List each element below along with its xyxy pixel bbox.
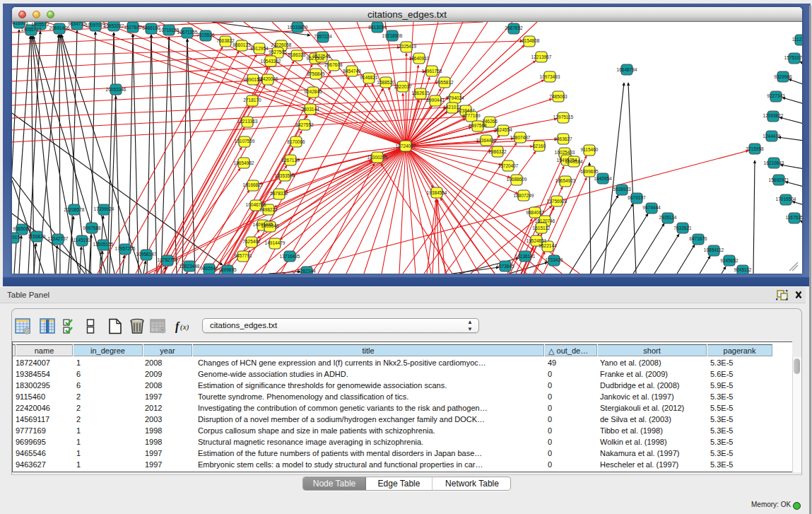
svg-text:7357224: 7357224 [314, 34, 332, 39]
svg-text:10025433: 10025433 [555, 150, 575, 155]
svg-text:10543362: 10543362 [261, 59, 281, 64]
svg-text:10653287: 10653287 [104, 23, 124, 28]
svg-text:14136141: 14136141 [515, 254, 536, 259]
svg-text:9699695: 9699695 [218, 267, 237, 272]
svg-text:1440954: 1440954 [594, 176, 612, 181]
svg-text:9385061: 9385061 [13, 226, 31, 231]
svg-text:9457791: 9457791 [234, 253, 252, 258]
svg-text:19524851: 19524851 [526, 238, 547, 243]
svg-text:10782759: 10782759 [158, 257, 178, 262]
svg-text:19166827: 19166827 [243, 182, 264, 187]
svg-text:10046786: 10046786 [246, 202, 266, 207]
svg-text:14055713: 14055713 [21, 27, 42, 32]
svg-text:1527602: 1527602 [124, 25, 142, 30]
svg-text:8454749: 8454749 [343, 69, 361, 74]
svg-text:12975115: 12975115 [553, 115, 574, 119]
svg-text:9146821: 9146821 [360, 75, 378, 80]
svg-text:1549584: 1549584 [565, 159, 583, 164]
svg-text:8813054: 8813054 [368, 25, 387, 30]
svg-text:19654982: 19654982 [234, 160, 254, 165]
svg-text:1733426: 1733426 [545, 257, 563, 262]
svg-text:8990443: 8990443 [426, 98, 445, 103]
svg-text:1073645: 1073645 [496, 264, 514, 269]
svg-text:9463627: 9463627 [554, 136, 572, 141]
svg-text:1588520: 1588520 [377, 80, 395, 85]
svg-text:14961758: 14961758 [422, 69, 442, 74]
svg-text:9777169: 9777169 [462, 113, 481, 118]
svg-text:21364436: 21364436 [476, 138, 497, 143]
svg-text:10688609: 10688609 [507, 177, 527, 182]
svg-text:(x): (x) [180, 322, 189, 332]
svg-text:2935114: 2935114 [659, 215, 677, 220]
svg-text:9527546: 9527546 [312, 54, 331, 59]
svg-text:15751074: 15751074 [784, 55, 802, 60]
svg-text:2986322: 2986322 [488, 149, 507, 154]
svg-text:6679197: 6679197 [628, 195, 646, 200]
svg-text:17016504: 17016504 [776, 197, 796, 201]
svg-text:10807487: 10807487 [510, 135, 531, 140]
svg-text:7515526: 7515526 [196, 33, 215, 37]
svg-text:15720407: 15720407 [498, 163, 519, 168]
svg-text:1362615: 1362615 [411, 90, 430, 95]
svg-text:5938923: 5938923 [613, 187, 631, 192]
svg-text:10973493: 10973493 [540, 74, 560, 79]
svg-text:12213967: 12213967 [531, 54, 552, 59]
svg-text:9498222: 9498222 [259, 207, 278, 212]
svg-text:2803144: 2803144 [301, 107, 319, 112]
svg-text:19384554: 19384554 [427, 190, 447, 195]
svg-text:10854112: 10854112 [704, 247, 724, 252]
svg-text:7485063: 7485063 [549, 94, 567, 99]
svg-text:8756845: 8756845 [307, 71, 325, 76]
svg-text:f: f [175, 320, 180, 333]
svg-text:8912954: 8912954 [250, 46, 269, 51]
svg-text:9416905: 9416905 [12, 22, 28, 25]
svg-text:20691406: 20691406 [49, 25, 70, 30]
svg-text:10097075: 10097075 [86, 23, 106, 28]
svg-text:18300295: 18300295 [367, 155, 388, 160]
svg-text:19654923: 19654923 [555, 178, 576, 183]
svg-text:16033809: 16033809 [288, 25, 308, 30]
svg-text:7663822: 7663822 [216, 38, 235, 43]
svg-text:12342737: 12342737 [48, 236, 69, 241]
svg-text:9465546: 9465546 [200, 266, 218, 271]
svg-text:12093822: 12093822 [763, 113, 784, 118]
svg-text:10958147: 10958147 [136, 252, 157, 257]
svg-text:12823448: 12823448 [180, 264, 200, 269]
svg-text:1282344: 1282344 [298, 269, 316, 274]
svg-text:18640910: 18640910 [409, 56, 430, 61]
svg-text:1409948: 1409948 [261, 223, 279, 228]
svg-text:3215958: 3215958 [746, 146, 764, 151]
svg-text:12213363: 12213363 [237, 119, 258, 124]
svg-text:8471676: 8471676 [689, 236, 707, 241]
svg-text:7955812: 7955812 [435, 80, 454, 85]
svg-text:16120746: 16120746 [535, 218, 555, 223]
svg-text:23226058: 23226058 [271, 42, 292, 47]
svg-text:3624554: 3624554 [494, 127, 512, 132]
svg-text:6497568: 6497568 [469, 123, 487, 128]
svg-text:9097588: 9097588 [83, 226, 101, 230]
svg-text:2967608: 2967608 [324, 62, 343, 67]
svg-text:9245112: 9245112 [734, 267, 752, 272]
svg-text:14914479: 14914479 [265, 240, 286, 245]
svg-text:7625402: 7625402 [242, 239, 261, 244]
svg-text:7632621: 7632621 [673, 226, 692, 230]
svg-text:1244415: 1244415 [763, 134, 781, 139]
svg-text:1905572: 1905572 [31, 22, 49, 27]
svg-text:9884067: 9884067 [526, 210, 544, 215]
svg-text:8427552: 8427552 [295, 122, 314, 127]
svg-text:15692971: 15692971 [769, 177, 789, 182]
svg-text:9227343: 9227343 [767, 93, 785, 98]
svg-text:9794024: 9794024 [446, 95, 464, 100]
svg-text:11325419: 11325419 [396, 44, 417, 49]
svg-text:16648784: 16648784 [617, 67, 637, 72]
svg-text:9242845: 9242845 [304, 89, 322, 94]
svg-text:1615112: 1615112 [533, 226, 551, 230]
svg-text:9115460: 9115460 [581, 147, 599, 152]
svg-text:9634715: 9634715 [68, 22, 86, 26]
svg-text:5878332: 5878332 [270, 191, 288, 196]
svg-text:8170066: 8170066 [287, 139, 305, 144]
svg-text:10671355: 10671355 [177, 30, 198, 35]
svg-text:2687652: 2687652 [505, 25, 523, 30]
svg-text:1156829: 1156829 [28, 234, 46, 239]
svg-text:19218906: 19218906 [382, 33, 403, 38]
